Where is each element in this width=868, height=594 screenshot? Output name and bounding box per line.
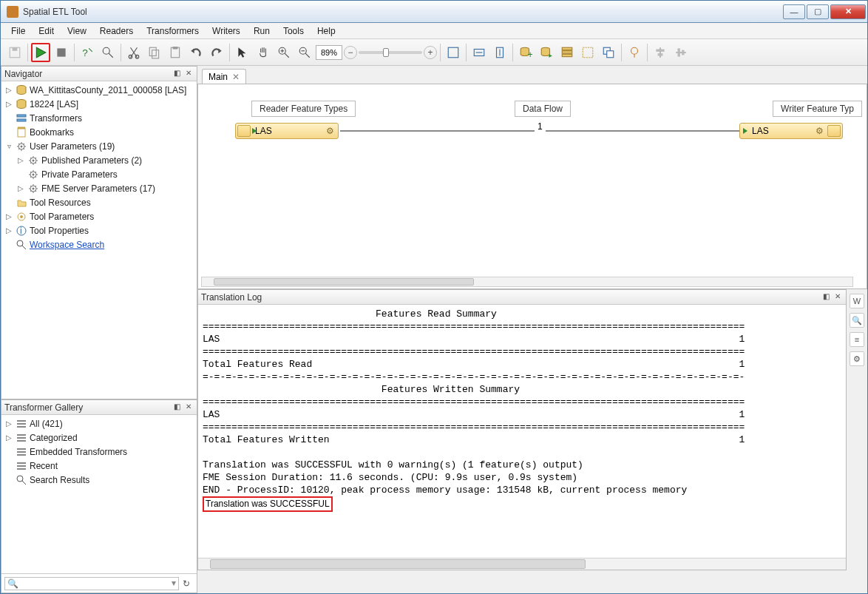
zoom-slider[interactable] xyxy=(359,51,422,54)
expand-icon[interactable] xyxy=(4,462,13,470)
log-tool-w-icon[interactable]: W xyxy=(850,294,864,308)
tree-item[interactable]: Embedded Transformers xyxy=(4,445,195,459)
tree-item[interactable]: Bookmarks xyxy=(4,125,195,139)
expand-icon[interactable] xyxy=(4,114,13,123)
fit-window-icon[interactable] xyxy=(444,43,463,62)
fit-width-icon[interactable] xyxy=(469,43,489,62)
zoom-plus-button[interactable]: + xyxy=(424,46,437,59)
tree-item[interactable]: Private Parameters xyxy=(4,167,195,181)
tree-item[interactable]: ▷All (421) xyxy=(4,416,195,431)
run-button[interactable] xyxy=(31,43,50,62)
reader-node[interactable]: LAS ⚙ xyxy=(235,123,339,139)
tree-item[interactable]: ▷18224 [LAS] xyxy=(4,97,195,111)
canvas[interactable]: Reader Feature Types Data Flow Writer Fe… xyxy=(197,84,867,289)
tree-item[interactable]: ▷FME Server Parameters (17) xyxy=(4,181,195,195)
expand-icon[interactable]: ▷ xyxy=(4,433,13,442)
cut-icon[interactable] xyxy=(124,43,143,62)
tree-item[interactable]: Search Results xyxy=(4,473,195,487)
log-output[interactable]: Features Read Summary ==================… xyxy=(198,305,846,558)
tab-main[interactable]: Main✕ xyxy=(202,69,246,84)
expand-icon[interactable] xyxy=(4,198,13,207)
inspect-icon[interactable] xyxy=(625,43,644,62)
expand-icon[interactable]: ▷ xyxy=(4,419,13,428)
expand-icon[interactable]: ▷ xyxy=(4,226,13,235)
windows-icon[interactable] xyxy=(599,43,618,62)
panel-undock-icon[interactable]: ◧ xyxy=(172,402,182,413)
fit-height-icon[interactable] xyxy=(490,43,509,62)
search-zoom-icon[interactable] xyxy=(98,43,118,62)
log-tool-filter-icon[interactable]: ≡ xyxy=(850,332,864,347)
align-v-icon[interactable] xyxy=(671,43,691,62)
help-arrow-icon[interactable]: ? xyxy=(78,43,97,62)
expand-icon[interactable] xyxy=(4,128,13,137)
tree-item[interactable]: ▿User Parameters (19) xyxy=(4,139,195,153)
zoom-value[interactable]: 89% xyxy=(316,45,342,60)
menu-help[interactable]: Help xyxy=(311,24,342,38)
gallery-tree[interactable]: ▷All (421)▷CategorizedEmbedded Transform… xyxy=(1,415,197,573)
refresh-icon[interactable]: ↻ xyxy=(179,574,194,593)
expand-icon[interactable]: ▿ xyxy=(4,142,13,151)
menu-edit[interactable]: Edit xyxy=(33,24,60,38)
tree-item[interactable]: Tool Resources xyxy=(4,195,195,209)
log-scrollbar[interactable] xyxy=(198,558,846,570)
tree-item[interactable]: ▷Published Parameters (2) xyxy=(4,153,195,167)
menu-readers[interactable]: Readers xyxy=(94,24,139,38)
expand-icon[interactable]: ▷ xyxy=(4,212,13,221)
menu-file[interactable]: File xyxy=(5,24,31,38)
expand-icon[interactable]: ▷ xyxy=(4,100,13,109)
expand-icon[interactable]: ▷ xyxy=(16,156,25,165)
list-icon[interactable] xyxy=(557,43,577,62)
menu-transformers[interactable]: Transformers xyxy=(140,24,205,38)
pan-icon[interactable] xyxy=(254,43,273,62)
navigator-tree[interactable]: ▷WA_KittitasCounty_2011_000058 [LAS]▷182… xyxy=(1,81,197,399)
tree-item[interactable]: Recent xyxy=(4,459,195,473)
pointer-icon[interactable] xyxy=(233,43,252,62)
panel-close-icon[interactable]: ✕ xyxy=(183,402,194,413)
maximize-button[interactable]: ▢ xyxy=(807,4,829,19)
log-tool-gear-icon[interactable]: ⚙ xyxy=(850,351,864,366)
panel-close-icon[interactable]: ✕ xyxy=(183,69,194,79)
menu-writers[interactable]: Writers xyxy=(206,24,246,38)
stop-button[interactable] xyxy=(52,43,71,62)
close-button[interactable]: ✕ xyxy=(830,4,866,19)
expand-icon[interactable]: ▷ xyxy=(16,184,25,193)
expand-icon[interactable] xyxy=(4,240,13,249)
tree-item[interactable]: Workspace Search xyxy=(4,237,195,252)
tree-item[interactable]: ▷WA_KittitasCounty_2011_000058 [LAS] xyxy=(4,83,195,97)
tree-item[interactable]: ▷Tool Parameters xyxy=(4,209,195,223)
gear-icon[interactable]: ⚙ xyxy=(323,125,336,137)
undo-icon[interactable] xyxy=(186,43,206,62)
canvas-scrollbar[interactable] xyxy=(201,277,853,287)
tree-item[interactable]: Transformers xyxy=(4,111,195,125)
align-h-icon[interactable] xyxy=(651,43,670,62)
db-arrow-icon[interactable] xyxy=(537,43,556,62)
copy-icon[interactable] xyxy=(145,43,164,62)
minimize-button[interactable]: — xyxy=(783,4,805,19)
writer-node[interactable]: LAS ⚙ xyxy=(739,123,843,139)
zoom-out-icon[interactable] xyxy=(295,43,314,62)
panel-close-icon[interactable]: ✕ xyxy=(833,292,843,303)
panel-undock-icon[interactable]: ◧ xyxy=(172,69,182,79)
gear-icon[interactable]: ⚙ xyxy=(813,125,826,137)
save-button[interactable] xyxy=(5,43,24,62)
panel-undock-icon[interactable]: ◧ xyxy=(821,292,831,303)
menu-run[interactable]: Run xyxy=(248,24,276,38)
select-rect-icon[interactable] xyxy=(578,43,597,62)
tree-item[interactable]: ▷iTool Properties xyxy=(4,223,195,237)
db-plus-icon[interactable]: + xyxy=(516,43,535,62)
dropdown-icon[interactable]: ▾ xyxy=(172,578,176,588)
zoom-in-icon[interactable] xyxy=(274,43,294,62)
zoom-minus-button[interactable]: − xyxy=(344,46,357,59)
expand-icon[interactable]: ▷ xyxy=(4,86,13,95)
tree-item[interactable]: ▷Categorized xyxy=(4,431,195,445)
gallery-search-input[interactable] xyxy=(4,577,179,590)
close-icon[interactable]: ✕ xyxy=(232,72,240,82)
log-tool-find-icon[interactable]: 🔍 xyxy=(850,313,864,328)
menu-tools[interactable]: Tools xyxy=(277,24,310,38)
expand-icon[interactable] xyxy=(4,476,13,485)
expand-icon[interactable] xyxy=(4,448,13,456)
expand-icon[interactable] xyxy=(16,170,25,179)
menu-view[interactable]: View xyxy=(61,24,92,38)
redo-icon[interactable] xyxy=(207,43,226,62)
paste-icon[interactable] xyxy=(166,43,185,62)
